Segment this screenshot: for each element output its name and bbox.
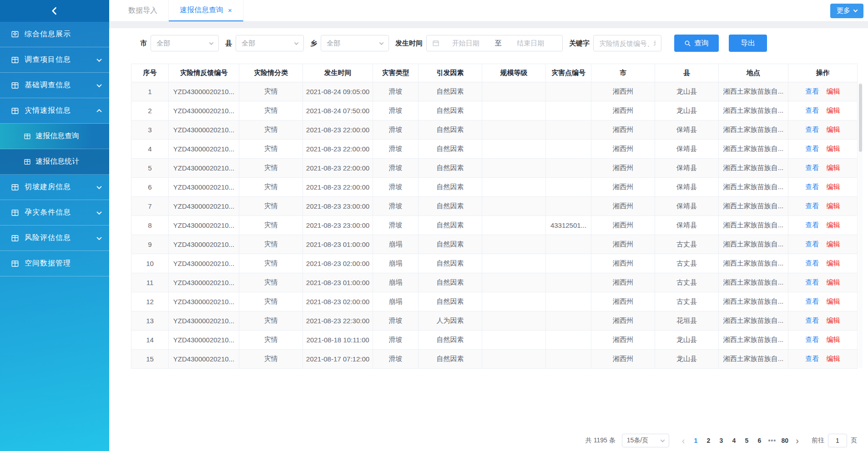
page-number[interactable]: 2 <box>702 437 715 444</box>
township-select[interactable]: 全部 <box>321 35 389 51</box>
more-button[interactable]: 更多 <box>830 4 863 18</box>
page-number[interactable]: 80 <box>778 437 791 444</box>
cell-scale-level <box>482 140 546 159</box>
edit-link[interactable]: 编辑 <box>827 297 840 305</box>
edit-link[interactable]: 编辑 <box>827 183 840 190</box>
view-link[interactable]: 查看 <box>806 87 819 95</box>
edit-link[interactable]: 编辑 <box>827 106 840 114</box>
cell-actions: 查看编辑 <box>788 197 858 216</box>
cell-disaster-point-code <box>546 178 591 197</box>
cell-city: 湘西州 <box>591 311 655 331</box>
cell-trigger-factor: 自然因素 <box>419 178 482 197</box>
sidebar-item-risk-assessment-info[interactable]: 风险评估信息 <box>0 226 109 251</box>
city-select[interactable]: 全部 <box>151 35 219 51</box>
goto-page-input[interactable] <box>828 434 847 447</box>
edit-link[interactable]: 编辑 <box>827 259 840 267</box>
tab-data-import[interactable]: 数据导入 <box>117 0 169 21</box>
page-number[interactable]: 4 <box>727 437 740 444</box>
next-page-button[interactable]: › <box>791 436 803 445</box>
view-link[interactable]: 查看 <box>806 202 819 210</box>
view-link[interactable]: 查看 <box>806 278 819 286</box>
cell-location: 湘西土家族苗族自... <box>719 254 788 273</box>
cell-occurrence-time: 2021-08-23 22:00:00 <box>303 140 373 159</box>
sidebar-item-survey-project-info[interactable]: 调查项目信息 <box>0 47 109 73</box>
cell-city: 湘西州 <box>591 235 655 254</box>
search-button[interactable]: 查询 <box>674 35 719 52</box>
date-range-picker[interactable]: 开始日期 至 结束日期 <box>426 35 563 51</box>
chevron-down-icon <box>660 438 665 442</box>
cell-classification: 灾情 <box>239 140 303 159</box>
cell-feedback-code: YZD43000020210... <box>169 101 239 120</box>
cell-actions: 查看编辑 <box>788 216 858 235</box>
sidebar-subitem-report-query[interactable]: 速报信息查询 <box>0 124 109 149</box>
table-icon <box>24 133 31 140</box>
edit-link[interactable]: 编辑 <box>827 278 840 286</box>
page-size-select[interactable]: 15条/页 <box>622 434 669 447</box>
view-link[interactable]: 查看 <box>806 125 819 133</box>
table-scrollbar[interactable] <box>858 83 863 368</box>
sidebar-item-comprehensive-info[interactable]: 综合信息展示 <box>0 22 109 47</box>
edit-link[interactable]: 编辑 <box>827 336 840 343</box>
scrollbar-thumb[interactable] <box>859 84 862 152</box>
sidebar-subitem-label: 速报信息查询 <box>35 131 79 141</box>
edit-link[interactable]: 编辑 <box>827 164 840 171</box>
cell-disaster-point-code <box>546 235 591 254</box>
page-number[interactable]: 1 <box>689 437 702 444</box>
page-number[interactable]: 3 <box>715 437 727 444</box>
cell-feedback-code: YZD43000020210... <box>169 197 239 216</box>
cell-disaster-type: 滑坡 <box>373 178 419 197</box>
view-link[interactable]: 查看 <box>806 221 819 229</box>
view-link[interactable]: 查看 <box>806 164 819 171</box>
cell-city: 湘西州 <box>591 140 655 159</box>
cell-occurrence-time: 2021-08-17 07:12:00 <box>303 350 373 369</box>
sidebar-subitem-report-statistics[interactable]: 速报信息统计 <box>0 149 109 175</box>
sidebar-menu: 综合信息展示 调查项目信息 基础调查信息 灾情速报信息 <box>0 22 109 276</box>
cell-location: 湘西土家族苗族自... <box>719 235 788 254</box>
view-link[interactable]: 查看 <box>806 240 819 248</box>
cell-classification: 灾情 <box>239 178 303 197</box>
tab-report-info-query[interactable]: 速报信息查询 × <box>169 0 243 21</box>
cell-classification: 灾情 <box>239 216 303 235</box>
edit-link[interactable]: 编辑 <box>827 355 840 362</box>
sidebar-item-hazard-condition-info[interactable]: 孕灾条件信息 <box>0 200 109 226</box>
prev-page-button[interactable]: ‹ <box>677 436 690 445</box>
sidebar-collapse-button[interactable] <box>0 0 109 22</box>
view-link[interactable]: 查看 <box>806 259 819 267</box>
view-link[interactable]: 查看 <box>806 355 819 362</box>
cell-city: 湘西州 <box>591 120 655 140</box>
edit-link[interactable]: 编辑 <box>827 145 840 152</box>
sidebar-item-basic-survey-info[interactable]: 基础调查信息 <box>0 73 109 98</box>
sidebar-item-label: 空间数据管理 <box>25 259 71 268</box>
edit-link[interactable]: 编辑 <box>827 316 840 324</box>
view-link[interactable]: 查看 <box>806 145 819 152</box>
county-select[interactable]: 全部 <box>236 35 304 51</box>
edit-link[interactable]: 编辑 <box>827 125 840 133</box>
edit-link[interactable]: 编辑 <box>827 87 840 95</box>
cell-disaster-type: 崩塌 <box>373 273 419 292</box>
page-size-value: 15条/页 <box>627 436 661 445</box>
close-icon[interactable]: × <box>228 6 232 14</box>
sidebar-item-spatial-data-mgmt[interactable]: 空间数据管理 <box>0 251 109 276</box>
view-link[interactable]: 查看 <box>806 183 819 190</box>
page-number[interactable]: ••• <box>766 437 778 444</box>
cell-trigger-factor: 自然因素 <box>419 216 482 235</box>
page-number[interactable]: 6 <box>753 437 766 444</box>
export-button[interactable]: 导出 <box>729 35 767 52</box>
sidebar-item-disaster-report-info[interactable]: 灾情速报信息 <box>0 98 109 124</box>
cell-scale-level <box>482 331 546 350</box>
page-number[interactable]: 5 <box>740 437 753 444</box>
view-link[interactable]: 查看 <box>806 336 819 343</box>
cell-city: 湘西州 <box>591 350 655 369</box>
keyword-input[interactable] <box>593 35 661 51</box>
view-link[interactable]: 查看 <box>806 297 819 305</box>
cell-feedback-code: YZD43000020210... <box>169 178 239 197</box>
view-link[interactable]: 查看 <box>806 106 819 114</box>
cell-scale-level <box>482 101 546 120</box>
sidebar-item-slope-housing-info[interactable]: 切坡建房信息 <box>0 175 109 200</box>
edit-link[interactable]: 编辑 <box>827 240 840 248</box>
view-link[interactable]: 查看 <box>806 316 819 324</box>
edit-link[interactable]: 编辑 <box>827 221 840 229</box>
table-icon <box>11 56 19 64</box>
cell-scale-level <box>482 292 546 311</box>
edit-link[interactable]: 编辑 <box>827 202 840 210</box>
